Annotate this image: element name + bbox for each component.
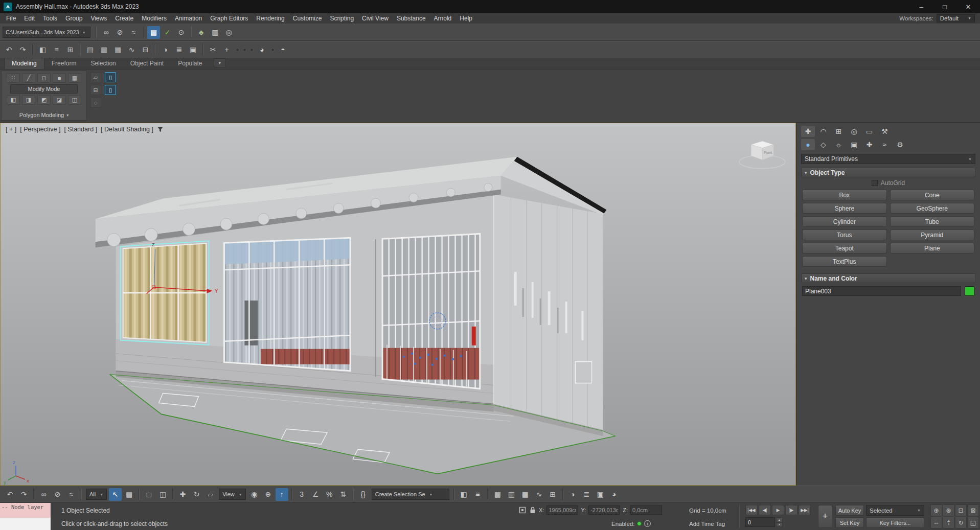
helpers-category-icon[interactable]: ✚ [862, 139, 876, 150]
info-icon[interactable] [644, 520, 651, 527]
mirror-icon[interactable]: ◧ [36, 43, 49, 56]
redo-icon[interactable]: ↷ [17, 488, 30, 501]
menu-customize[interactable]: Customize [289, 13, 326, 23]
transform-type-in-mode-icon[interactable] [518, 506, 527, 514]
isolate-selection-toggle-icon[interactable]: ✓ [161, 26, 174, 39]
align-icon[interactable]: ≡ [50, 43, 63, 56]
material-editor-icon[interactable]: ◑ [159, 43, 172, 56]
ribbon-overflow-button[interactable]: ▾ [214, 58, 226, 67]
primitives-category-dropdown[interactable]: Standard Primitives ▼ [801, 154, 975, 164]
create-tab-icon[interactable]: ✚ [801, 126, 815, 137]
perspective-viewport[interactable]: Z Y Front [0, 123, 796, 486]
viewport-renderer-menu[interactable]: [ Standard ] [64, 126, 97, 133]
use-pivot-point-center-icon[interactable]: ◉ [248, 488, 261, 501]
rendered-frame-window-icon[interactable]: ▣ [187, 43, 199, 56]
render-presets-icon[interactable]: ◎ [222, 26, 235, 39]
select-and-link-icon[interactable]: ∞ [100, 26, 112, 39]
viewport-canvas[interactable]: Z Y Front [1, 123, 795, 485]
mirror-icon[interactable]: ◧ [458, 488, 470, 501]
next-modifier-icon[interactable]: ◨ [22, 95, 35, 105]
select-and-scale-icon[interactable]: ▱ [204, 488, 217, 501]
menu-civil-view[interactable]: Civil View [358, 13, 393, 23]
ribbon-tab-populate[interactable]: Populate [171, 58, 209, 69]
auto-key-button[interactable]: Auto Key [835, 505, 864, 516]
window-middle[interactable] [223, 237, 352, 372]
render-production-icon[interactable]: ◕ [608, 488, 621, 501]
select-and-move-icon[interactable]: ✚ [176, 488, 189, 501]
ribbon-tab-selection[interactable]: Selection [83, 58, 123, 69]
toggle-ribbon-icon[interactable]: ▦ [519, 488, 532, 501]
select-and-rotate-icon[interactable]: ↻ [190, 488, 203, 501]
toggle-layer-explorer-icon[interactable]: ▥ [505, 488, 518, 501]
window-crossing-toggle-icon[interactable]: ◫ [156, 488, 169, 501]
object-type-geosphere[interactable]: GeoSphere [890, 203, 975, 214]
autogrid-checkbox[interactable] [872, 180, 878, 186]
populate-tools-icon[interactable]: ♣ [195, 26, 208, 39]
render-iterative-icon[interactable]: ◓ [277, 43, 289, 56]
percent-snap-toggle-icon[interactable]: % [323, 488, 336, 501]
select-and-link-icon[interactable]: ∞ [37, 488, 50, 501]
unlink-selection-icon[interactable]: ⊘ [113, 26, 126, 39]
element-subobject-icon[interactable]: ▦ [68, 73, 81, 83]
redo-icon[interactable]: ↷ [16, 43, 29, 56]
window-left-selected-plane[interactable] [121, 241, 209, 344]
systems-category-icon[interactable]: ⚙ [893, 139, 907, 150]
unlink-selection-icon[interactable]: ⊘ [51, 488, 64, 501]
menu-animation[interactable]: Animation [171, 13, 206, 23]
rectangular-selection-region-icon[interactable]: ◻ [143, 488, 155, 501]
ribbon-tab-modeling[interactable]: Modeling [4, 58, 44, 69]
menu-group[interactable]: Group [61, 13, 86, 23]
object-color-swatch[interactable] [965, 286, 974, 296]
polygon-modeling-footer[interactable]: Polygon Modeling ▾ [19, 112, 69, 118]
reference-coordinate-system-dropdown[interactable]: View▼ [219, 489, 246, 500]
viewport-shading-menu[interactable]: [ Default Shading ] [101, 126, 153, 133]
ribbon-tab-object-paint[interactable]: Object Paint [123, 58, 171, 69]
array-icon[interactable]: ⊞ [64, 43, 77, 56]
pan-view-icon[interactable]: ⇔ [930, 517, 942, 528]
clone-icon[interactable]: + [220, 43, 233, 56]
utilities-tab-icon[interactable]: ⚒ [878, 126, 892, 137]
z-coordinate-field[interactable] [630, 505, 662, 515]
pin-stack-icon[interactable]: ◧ [7, 95, 20, 105]
polygon-subobject-icon[interactable]: ■ [53, 73, 66, 83]
viewcube-front-face[interactable]: Front [764, 151, 772, 154]
spinner-down-icon[interactable]: ▼ [776, 522, 783, 527]
previous-frame-icon[interactable]: ◀| [759, 505, 771, 515]
name-and-color-header[interactable]: ▾ Name and Color [801, 273, 975, 283]
named-selection-sets-dropdown[interactable]: Create Selection Se▼ [372, 489, 449, 500]
render-setup-icon[interactable]: ≣ [580, 488, 593, 501]
spinner-snap-toggle-icon[interactable]: ⇅ [337, 488, 350, 501]
motion-tab-icon[interactable]: ◎ [847, 126, 861, 137]
edit-named-selection-sets-icon[interactable]: {} [357, 488, 370, 501]
next-frame-icon[interactable]: |▶ [785, 505, 797, 515]
key-selection-dropdown[interactable]: Selected ▼ [866, 505, 924, 516]
maximize-viewport-toggle-icon[interactable]: ◱ [967, 517, 979, 528]
listener-input-line[interactable] [0, 518, 51, 530]
set-key-button[interactable]: Set Key [835, 517, 864, 528]
shapes-category-icon[interactable]: ◇ [816, 139, 830, 150]
hierarchy-tab-icon[interactable]: ⊞ [832, 126, 846, 137]
snaps-toggle-icon[interactable]: 3 [295, 488, 308, 501]
render-setup-icon[interactable]: ≣ [173, 43, 186, 56]
ribbon-mini-icon-2[interactable]: ⊟ [90, 85, 101, 95]
ribbon-toggle-icon[interactable]: ▦ [111, 43, 124, 56]
select-and-place-icon[interactable]: ↑ [276, 488, 288, 501]
close-button[interactable]: ✕ [956, 0, 980, 13]
object-name-field[interactable] [802, 286, 961, 296]
manage-layers-icon[interactable]: ▤ [84, 43, 97, 56]
undo-icon[interactable]: ↶ [3, 43, 15, 56]
angle-snap-toggle-icon[interactable]: ∠ [309, 488, 322, 501]
bind-to-space-warp-icon[interactable]: ≈ [65, 488, 78, 501]
frame-spinner[interactable]: ▲ ▼ [776, 517, 783, 527]
menu-graph-editors[interactable]: Graph Editors [206, 13, 252, 23]
menu-arnold[interactable]: Arnold [430, 13, 456, 23]
toggle-scene-explorer-icon[interactable]: ▤ [491, 488, 504, 501]
object-type-box[interactable]: Box [802, 190, 887, 200]
selection-lock-toggle-icon[interactable] [529, 506, 536, 514]
material-editor-icon[interactable]: ◑ [566, 488, 579, 501]
maximize-button[interactable]: □ [933, 0, 956, 13]
viewport-general-menu[interactable]: [ + ] [6, 126, 16, 133]
select-object-icon[interactable]: ↖ [109, 488, 122, 501]
use-soft-selection-icon[interactable]: ◪ [53, 95, 66, 105]
parameter-editor-icon[interactable]: ▥ [209, 26, 221, 39]
